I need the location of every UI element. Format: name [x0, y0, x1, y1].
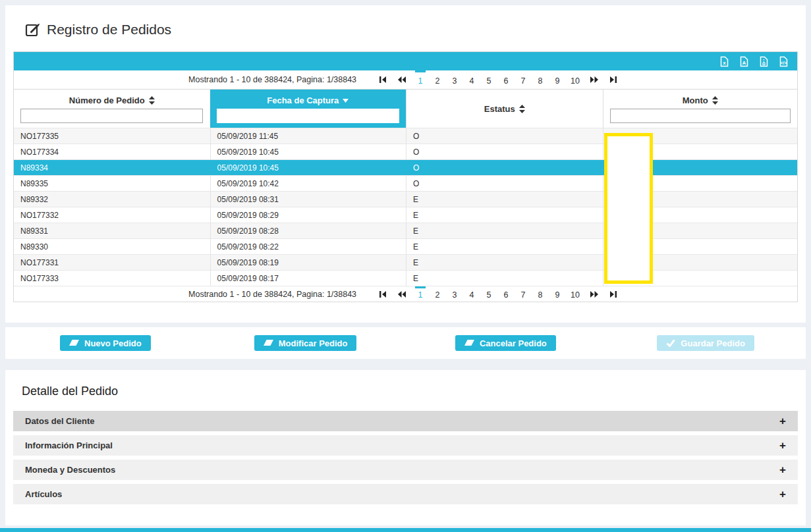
- table-row[interactable]: NO177334 05/09/2019 10:45 O: [14, 144, 797, 159]
- page-number-1[interactable]: 1: [415, 286, 426, 302]
- accordion-moneda-y-descuentos[interactable]: Moneda y Descuentos +: [13, 460, 798, 480]
- page-number-1[interactable]: 1: [415, 70, 426, 89]
- button-label: Cancelar Pedido: [480, 338, 547, 348]
- filter-fecha-de-captura-input[interactable]: [217, 109, 399, 123]
- page-number-3[interactable]: 3: [449, 70, 460, 89]
- accordion-label: Información Principal: [25, 440, 113, 450]
- page-number-3[interactable]: 3: [449, 286, 460, 302]
- cell-estatus: E: [406, 223, 602, 238]
- column-label: Estatus: [484, 104, 515, 114]
- page-number-7[interactable]: 7: [518, 286, 528, 302]
- cell-numero: N89330: [14, 239, 210, 254]
- modificar-pedido-button[interactable]: Modificar Pedido: [254, 335, 357, 351]
- first-page-icon[interactable]: [374, 70, 392, 89]
- accordion-articulos[interactable]: Artículos +: [13, 484, 798, 504]
- sort-both-icon: [519, 105, 525, 113]
- actions-bar: Nuevo Pedido Modificar Pedido Cancelar P…: [5, 327, 806, 359]
- plus-icon: +: [779, 415, 786, 428]
- xml-export-icon[interactable]: </>: [778, 56, 789, 67]
- table-row-selected[interactable]: N89334 05/09/2019 10:45 O: [14, 159, 797, 175]
- page-number-4[interactable]: 4: [466, 70, 477, 89]
- cell-numero: N89334: [14, 160, 210, 175]
- page-number-9[interactable]: 9: [552, 70, 563, 89]
- table-row[interactable]: N89335 05/09/2019 10:42 O: [14, 175, 797, 191]
- last-page-icon[interactable]: [604, 70, 623, 89]
- cell-estatus: E: [406, 255, 602, 270]
- button-label: Guardar Pedido: [681, 338, 745, 348]
- pdf-export-icon[interactable]: A: [739, 56, 750, 67]
- pager-controls: 1 2 3 4 5 6 7 8 9 10: [374, 286, 623, 302]
- cell-estatus: O: [406, 128, 602, 144]
- page-number-2[interactable]: 2: [432, 286, 443, 302]
- page-number-8[interactable]: 8: [535, 70, 545, 89]
- button-label: Nuevo Pedido: [84, 338, 142, 348]
- cell-estatus: O: [406, 176, 602, 191]
- svg-text:A: A: [742, 60, 746, 66]
- table-row[interactable]: NO177331 05/09/2019 08:19 E: [14, 254, 797, 270]
- cell-fecha: 05/09/2019 08:28: [210, 223, 406, 238]
- page-number-8[interactable]: 8: [535, 286, 545, 302]
- page-number-5[interactable]: 5: [484, 286, 494, 302]
- first-page-icon[interactable]: [374, 286, 392, 302]
- cell-numero: N89331: [14, 223, 210, 238]
- page-number-7[interactable]: 7: [518, 70, 528, 89]
- column-header-numero-de-pedido[interactable]: Número de Pedido: [14, 90, 210, 128]
- filter-numero-de-pedido-input[interactable]: [20, 109, 203, 123]
- eraser-icon: [264, 340, 273, 347]
- accordion-informacion-principal[interactable]: Información Principal +: [13, 435, 798, 456]
- page-number-10[interactable]: 10: [569, 70, 581, 89]
- cancelar-pedido-button[interactable]: Cancelar Pedido: [455, 335, 556, 351]
- cell-fecha: 05/09/2019 11:45: [210, 128, 406, 144]
- page-number-6[interactable]: 6: [501, 70, 511, 89]
- previous-page-icon[interactable]: [392, 286, 412, 302]
- cell-fecha: 05/09/2019 08:19: [210, 255, 406, 270]
- eraser-icon: [464, 340, 474, 347]
- zip-export-icon[interactable]: [758, 56, 769, 67]
- nuevo-pedido-button[interactable]: Nuevo Pedido: [60, 335, 151, 351]
- button-label: Modificar Pedido: [279, 338, 348, 348]
- last-page-icon[interactable]: [604, 286, 623, 302]
- column-header-monto[interactable]: Monto: [603, 90, 797, 128]
- column-header-fecha-de-captura[interactable]: Fecha de Captura: [210, 90, 406, 128]
- next-page-icon[interactable]: [584, 286, 604, 302]
- accordion-label: Datos del Cliente: [25, 416, 94, 426]
- cell-numero: NO177331: [14, 255, 210, 270]
- plus-icon: +: [779, 464, 786, 477]
- page-number-10[interactable]: 10: [569, 286, 581, 302]
- table-row[interactable]: NO177333 05/09/2019 08:17 E: [14, 270, 797, 286]
- orders-panel: Registro de Pedidos x A: [5, 5, 806, 323]
- cell-estatus: O: [406, 144, 602, 159]
- page-number-6[interactable]: 6: [501, 286, 511, 302]
- check-icon: [666, 339, 675, 347]
- page-number-2[interactable]: 2: [432, 70, 443, 89]
- page-title: Registro de Pedidos: [25, 22, 806, 38]
- page-number-5[interactable]: 5: [484, 70, 494, 89]
- cell-estatus: E: [406, 207, 602, 223]
- filter-monto-input[interactable]: [610, 109, 791, 123]
- cell-estatus: E: [406, 239, 602, 254]
- accordion-datos-del-cliente[interactable]: Datos del Cliente +: [13, 411, 798, 431]
- previous-page-icon[interactable]: [392, 70, 412, 89]
- cell-numero: N89335: [14, 176, 210, 191]
- table-row[interactable]: NO177332 05/09/2019 08:29 E: [14, 207, 797, 223]
- cell-estatus: E: [406, 271, 602, 286]
- excel-export-icon[interactable]: x: [719, 56, 730, 67]
- guardar-pedido-button[interactable]: Guardar Pedido: [657, 335, 754, 351]
- page-number-4[interactable]: 4: [466, 286, 477, 302]
- table-row[interactable]: N89331 05/09/2019 08:28 E: [14, 223, 797, 238]
- next-page-icon[interactable]: [584, 70, 604, 89]
- table-row[interactable]: NO177335 05/09/2019 11:45 O: [14, 128, 797, 144]
- pagination-summary: Mostrando 1 - 10 de 388424, Pagina: 1/38…: [188, 75, 356, 84]
- table-header-row: Número de Pedido Fecha de Captura: [14, 89, 797, 128]
- table-row[interactable]: N89332 05/09/2019 08:31 E: [14, 191, 797, 207]
- sort-both-icon: [712, 96, 718, 105]
- column-header-estatus[interactable]: Estatus: [406, 90, 602, 128]
- table-row[interactable]: N89330 05/09/2019 08:22 E: [14, 238, 797, 254]
- cell-numero: NO177334: [14, 144, 210, 159]
- detail-title: Detalle del Pedido: [22, 385, 806, 398]
- page-number-9[interactable]: 9: [552, 286, 563, 302]
- cell-estatus: E: [406, 192, 602, 207]
- pagination-top: Mostrando 1 - 10 de 388424, Pagina: 1/38…: [14, 70, 797, 89]
- cell-fecha: 05/09/2019 08:22: [210, 239, 406, 254]
- sort-both-icon: [149, 96, 155, 105]
